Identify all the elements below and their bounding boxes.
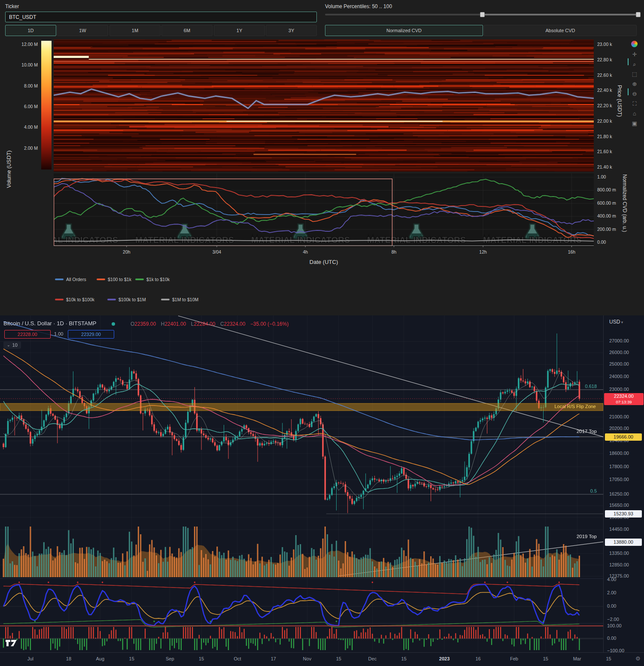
top-2017-label[interactable]: 2017 Top bbox=[550, 429, 597, 434]
colorbar-tick-label: 12.00 M bbox=[3, 42, 38, 47]
normalized-cvd-button[interactable]: Normalized CVD bbox=[325, 25, 483, 36]
absolute-cvd-button[interactable]: Absolute CVD bbox=[484, 25, 637, 36]
tradingview-chart: Bitcoin / U.S. Dollar · 1D · BITSTAMP O2… bbox=[0, 315, 644, 666]
price-scale-tick-label: 24000.00 bbox=[609, 374, 629, 379]
oscillator1-tick-label: 2.00 bbox=[607, 590, 616, 595]
legend-item-all-orders[interactable]: All Orders bbox=[55, 277, 86, 282]
price-scale-currency[interactable]: USD ▾ bbox=[609, 319, 623, 325]
symbol-title[interactable]: Bitcoin / U.S. Dollar · 1D · BITSTAMP bbox=[3, 320, 96, 327]
timeframe-button-1y[interactable]: 1Y bbox=[214, 25, 265, 36]
timeframe-button-1w[interactable]: 1W bbox=[57, 25, 108, 36]
time-axis-tick-label: 15 bbox=[191, 656, 211, 661]
ticker-label: Ticker bbox=[5, 3, 19, 9]
ohlc-readout: O22359.00 H22401.00 L22284.00 C22324.00 … bbox=[131, 321, 289, 327]
indicators-collapse-chip[interactable]: ⌄ 10 bbox=[3, 341, 21, 349]
price-scale-tick-label: 20200.00 bbox=[609, 426, 629, 431]
oscillator1-tick-label: −2.00 bbox=[607, 617, 619, 622]
fib-0618-label[interactable]: 0.618 bbox=[554, 384, 597, 389]
price-axis-tick-label: 21.60 k bbox=[597, 149, 612, 154]
price-axis-tick-label: 22.60 k bbox=[597, 73, 612, 78]
zoom-in-icon[interactable]: ⊕ bbox=[631, 80, 638, 88]
pan-icon[interactable]: ✛ bbox=[631, 51, 638, 58]
price-scale[interactable]: USD ▾ 27000.0026000.0025000.0024000.0023… bbox=[603, 315, 644, 652]
time-axis-tick-label: 15 bbox=[599, 656, 619, 661]
reset-axes-icon[interactable]: ⌂ bbox=[631, 110, 638, 118]
cvd-axis-title: Normalized CVD (arb. u.) bbox=[622, 174, 628, 247]
legend-item--100k-to-1m[interactable]: $100k to $1M bbox=[107, 297, 146, 302]
legend-label: $1M to $10M bbox=[172, 297, 198, 302]
oscillator1-tick-label: 4.00 bbox=[607, 577, 616, 582]
cvd-axis-tick-label: 0.00 bbox=[597, 239, 606, 245]
timeframe-button-6m[interactable]: 6M bbox=[161, 25, 213, 36]
legend-item--10k-to-100k[interactable]: $10k to $100k bbox=[55, 297, 94, 302]
date-axis-tick-label: 3/04 bbox=[204, 249, 230, 254]
colorbar-tick-label: 8.00 M bbox=[3, 83, 38, 88]
tradingview-logo[interactable] bbox=[5, 639, 18, 649]
legend-item--100-to-1k[interactable]: $100 to $1k bbox=[97, 277, 131, 282]
lasso-select-icon[interactable]: ⬚ bbox=[631, 70, 638, 78]
cvd-axis-tick-label: 800.00 m bbox=[597, 187, 616, 192]
cvd-chart-canvas[interactable] bbox=[54, 173, 594, 247]
legend-item--1k-to-10k[interactable]: $1k to $10k bbox=[135, 277, 170, 282]
price-scale-tick-label: 17050.00 bbox=[609, 477, 629, 482]
ticker-input[interactable] bbox=[5, 12, 317, 22]
date-axis-tick-label: 4h bbox=[292, 249, 318, 254]
time-axis-tick-label: 18 bbox=[59, 656, 79, 661]
price-scale-tick-label: 15650.00 bbox=[609, 503, 629, 508]
cvd-axis-tick-label: 400.00 m bbox=[597, 213, 616, 218]
top-2019-label[interactable]: 2019 Top bbox=[550, 534, 597, 539]
flip-zone-label[interactable]: Local R/S Flip Zone bbox=[494, 404, 596, 409]
legend-swatch bbox=[55, 299, 64, 300]
time-axis-tick-label: Jul bbox=[21, 656, 40, 661]
chevron-down-icon: ⌄ bbox=[7, 343, 10, 347]
autoscale-icon[interactable]: ⛶ bbox=[631, 100, 638, 108]
close-label: C bbox=[220, 321, 224, 327]
volume-percentiles-slider[interactable] bbox=[325, 14, 641, 15]
time-axis[interactable]: Jul18Aug15Sep15Oct17Nov15Dec15202316Feb1… bbox=[0, 652, 644, 666]
level-badge-13880: 13880.00 bbox=[605, 539, 642, 546]
date-axis-tick-label: 12h bbox=[470, 249, 496, 254]
slider-handle-low[interactable] bbox=[480, 12, 485, 17]
price-scale-tick-label: 23000.00 bbox=[609, 387, 629, 392]
last-price-badge: 22324.00 07:13:39 bbox=[604, 393, 644, 405]
price-axis-tick-label: 22.40 k bbox=[597, 88, 612, 93]
open-value: 22359.00 bbox=[134, 321, 156, 327]
zoom-icon[interactable]: ⌕ bbox=[631, 61, 638, 68]
time-axis-tick-label: Nov bbox=[297, 656, 317, 661]
indicators-count: 10 bbox=[12, 342, 18, 348]
date-axis-tick-label: 16h bbox=[559, 249, 584, 254]
timeframe-button-1d[interactable]: 1D bbox=[5, 25, 56, 36]
price-scale-tick-label: 18600.00 bbox=[609, 451, 629, 456]
timeframe-button-3y[interactable]: 3Y bbox=[266, 25, 317, 36]
ask-price-box[interactable]: 22329.00 bbox=[68, 330, 114, 339]
price-axis-tick-label: 22.80 k bbox=[597, 57, 612, 62]
zoom-out-icon[interactable]: ⊖ bbox=[631, 90, 638, 98]
price-axis-tick-label: 21.40 k bbox=[597, 164, 612, 170]
plotly-logo[interactable] bbox=[631, 41, 638, 47]
time-axis-tick-label: 15 bbox=[122, 656, 142, 661]
volume-heatmap-canvas[interactable] bbox=[54, 39, 594, 172]
legend-item--1m-to-10m[interactable]: $1M to $10M bbox=[161, 297, 198, 302]
modebar-active-mark bbox=[628, 88, 629, 95]
timeframe-button-1m[interactable]: 1M bbox=[109, 25, 161, 36]
time-axis-tick-label: 15 bbox=[394, 656, 414, 661]
candlestick-chart-canvas[interactable] bbox=[0, 315, 603, 652]
legend-label: $100k to $1M bbox=[118, 297, 146, 302]
slider-handle-high[interactable] bbox=[636, 12, 641, 17]
time-axis-settings-gear-icon[interactable]: ⚙ bbox=[635, 655, 641, 662]
price-scale-tick-label: 16250.00 bbox=[609, 491, 629, 496]
volume-colorbar bbox=[41, 41, 52, 170]
low-value: 22284.00 bbox=[194, 321, 216, 327]
change-value: −35.00 (−0.16%) bbox=[250, 321, 289, 327]
price-scale-tick-label: 14450.00 bbox=[609, 527, 629, 532]
camera-icon[interactable]: ▣ bbox=[631, 120, 638, 127]
cvd-axis-tick-label: 600.00 m bbox=[597, 200, 616, 206]
fib-05-label[interactable]: 0.5 bbox=[554, 488, 597, 493]
colorbar-tick-label: 6.00 M bbox=[3, 104, 38, 109]
colorbar-tick-label: 10.00 M bbox=[3, 62, 38, 67]
bid-price-box[interactable]: 22328.00 bbox=[4, 330, 51, 339]
price-axis-tick-label: 22.20 k bbox=[597, 103, 612, 108]
legend-swatch bbox=[55, 279, 64, 280]
price-axis-tick-label: 23.00 k bbox=[597, 42, 612, 47]
legend-label: $100 to $1k bbox=[108, 277, 131, 282]
